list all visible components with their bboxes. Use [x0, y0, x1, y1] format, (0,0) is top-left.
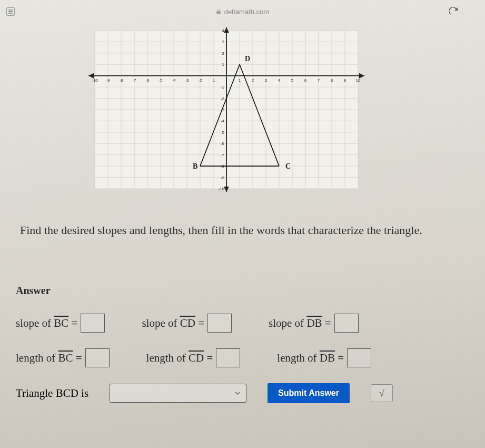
answer-section: Answer slope of BC = slope of CD = slope… [16, 285, 480, 403]
svg-text:10: 10 [356, 78, 361, 83]
sqrt-button[interactable]: √ [371, 384, 393, 402]
slope-bc-label: slope of BC = [16, 317, 77, 330]
question-prompt: Find the desired slopes and lengths, the… [20, 222, 474, 238]
svg-text:-2: -2 [198, 78, 202, 83]
svg-marker-42 [224, 187, 229, 192]
svg-text:-3: -3 [185, 78, 189, 83]
svg-text:8: 8 [331, 78, 333, 83]
svg-text:C: C [285, 162, 291, 170]
svg-text:-6: -6 [221, 141, 225, 146]
classify-row: Triangle BCD is Submit Answer √ [16, 383, 480, 403]
triangle-classify-select[interactable] [110, 384, 246, 403]
lengths-row: length of BC = length of CD = length of … [16, 348, 480, 367]
svg-text:4: 4 [278, 78, 281, 83]
svg-text:-1: -1 [221, 85, 225, 90]
svg-text:7: 7 [318, 78, 320, 83]
svg-text:-1: -1 [211, 78, 215, 83]
svg-text:4: 4 [222, 28, 225, 33]
svg-text:-8: -8 [119, 78, 123, 83]
length-cd-input[interactable] [216, 348, 240, 367]
svg-text:3: 3 [265, 78, 268, 83]
svg-text:-4: -4 [221, 119, 225, 123]
lock-icon [216, 9, 221, 14]
triangle-classify-label: Triangle BCD is [16, 387, 88, 400]
coordinate-graph: -10-9-8-7-6-5-4-3-2-112345678910-10-9-8-… [84, 25, 369, 194]
slope-db-label: slope of DB = [269, 317, 331, 330]
svg-text:-9: -9 [221, 176, 225, 180]
svg-text:-4: -4 [172, 78, 176, 83]
svg-text:3: 3 [222, 40, 225, 44]
svg-text:-7: -7 [132, 78, 136, 83]
length-db-label: length of DB = [277, 352, 344, 365]
slope-db-field: slope of DB = [269, 314, 359, 333]
svg-text:2: 2 [252, 78, 254, 83]
svg-text:-10: -10 [218, 187, 224, 191]
slope-bc-field: slope of BC = [16, 314, 105, 333]
svg-marker-41 [224, 27, 229, 33]
slopes-row: slope of BC = slope of CD = slope of DB … [16, 314, 480, 333]
slope-cd-label: slope of CD = [142, 317, 204, 330]
answer-heading: Answer [16, 285, 480, 297]
svg-text:B: B [193, 162, 197, 170]
length-cd-field: length of CD = [146, 348, 241, 367]
tabs-icon[interactable] [6, 7, 15, 16]
svg-text:-2: -2 [221, 96, 225, 101]
svg-text:-9: -9 [106, 78, 110, 83]
svg-text:-10: -10 [92, 78, 98, 83]
svg-text:-5: -5 [159, 78, 163, 83]
svg-text:-7: -7 [221, 153, 225, 158]
length-cd-label: length of CD = [146, 352, 213, 365]
reload-icon[interactable] [449, 7, 458, 16]
submit-answer-button[interactable]: Submit Answer [268, 383, 350, 403]
svg-text:-5: -5 [221, 130, 225, 135]
length-bc-field: length of BC = [16, 348, 110, 367]
chevron-down-icon [234, 390, 241, 396]
svg-text:6: 6 [304, 78, 307, 83]
slope-cd-input[interactable] [207, 314, 232, 333]
length-bc-label: length of BC = [16, 352, 82, 365]
slope-cd-field: slope of CD = [142, 314, 232, 333]
slope-bc-input[interactable] [81, 314, 105, 333]
length-db-field: length of DB = [277, 348, 371, 367]
length-db-input[interactable] [347, 348, 371, 367]
svg-text:9: 9 [344, 78, 347, 83]
url-text: deltamath.com [224, 8, 269, 16]
slope-db-input[interactable] [334, 314, 359, 333]
svg-text:5: 5 [291, 78, 294, 83]
svg-text:-6: -6 [145, 78, 150, 83]
svg-text:D: D [245, 55, 250, 63]
browser-url-bar: deltamath.com [0, 4, 485, 19]
length-bc-input[interactable] [85, 348, 110, 367]
svg-text:2: 2 [222, 51, 225, 56]
sqrt-icon: √ [379, 388, 384, 399]
svg-text:1: 1 [239, 78, 241, 83]
svg-text:1: 1 [222, 62, 225, 67]
